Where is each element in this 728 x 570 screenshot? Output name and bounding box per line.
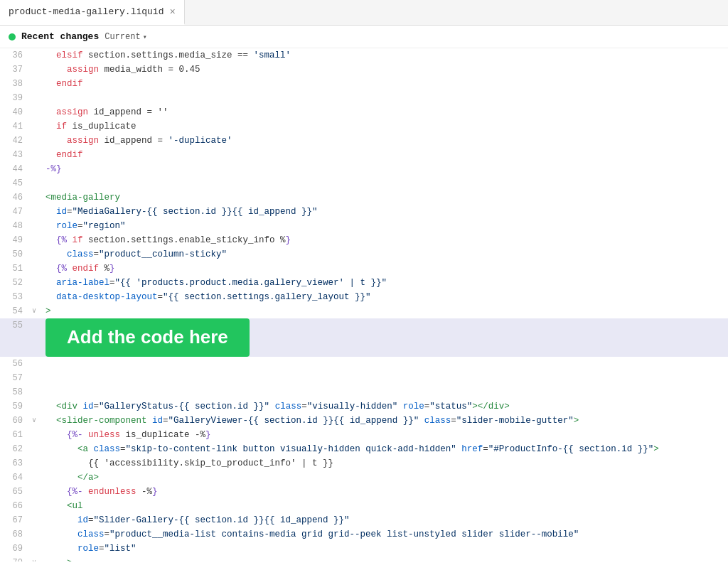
- line-content: <ul: [40, 499, 728, 513]
- line-expand: [28, 134, 40, 148]
- table-row: 56: [0, 357, 728, 371]
- line-expand: [28, 442, 40, 456]
- line-expand[interactable]: ∨: [28, 556, 40, 561]
- line-expand: [28, 399, 40, 414]
- table-row: 54∨>: [0, 304, 728, 318]
- line-content: <div id="GalleryStatus-{{ section.id }}"…: [40, 399, 728, 414]
- line-expand: [28, 318, 40, 357]
- table-row: 70∨ >: [0, 556, 728, 561]
- status-dot: [9, 33, 16, 41]
- line-expand: [28, 105, 40, 119]
- line-content: [40, 176, 728, 190]
- table-row: 53 data-desktop-layout="{{ section.setti…: [0, 290, 728, 304]
- table-row: 62 <a class="skip-to-content-link button…: [0, 442, 728, 456]
- recent-changes-label: Recent changes: [21, 31, 99, 42]
- line-number: 39: [0, 91, 28, 105]
- line-number: 60: [0, 414, 28, 428]
- table-row: 55Add the code here: [0, 318, 728, 357]
- line-content: -%}: [40, 162, 728, 176]
- line-content: assign id_append = '-duplicate': [40, 134, 728, 148]
- table-row: 65 {%- endunless -%}: [0, 485, 728, 499]
- line-content: <slider-component id="GalleryViewer-{{ s…: [40, 414, 728, 428]
- table-row: 60∨ <slider-component id="GalleryViewer-…: [0, 414, 728, 428]
- add-code-banner: Add the code here: [46, 318, 250, 357]
- line-content: {% if section.settings.enable_sticky_inf…: [40, 233, 728, 247]
- line-expand: [28, 148, 40, 162]
- line-content: assign id_append = '': [40, 105, 728, 119]
- line-expand: [28, 162, 40, 176]
- line-number: 44: [0, 162, 28, 176]
- table-row: 36 elsif section.settings.media_size == …: [0, 48, 728, 63]
- line-number: 63: [0, 456, 28, 470]
- line-number: 57: [0, 371, 28, 385]
- line-expand: [28, 233, 40, 247]
- tab-bar: product-media-gallery.liquid ×: [0, 0, 728, 26]
- line-expand: [28, 357, 40, 371]
- line-content: id="MediaGallery-{{ section.id }}{{ id_a…: [40, 205, 728, 219]
- file-tab[interactable]: product-media-gallery.liquid ×: [0, 0, 185, 25]
- table-row: 41 if is_duplicate: [0, 119, 728, 134]
- tab-label: product-media-gallery.liquid: [9, 6, 164, 17]
- line-expand: [28, 247, 40, 262]
- line-number: 69: [0, 542, 28, 556]
- line-expand[interactable]: ∨: [28, 304, 40, 318]
- line-content: {{ 'accessibility.skip_to_product_info' …: [40, 456, 728, 470]
- line-number: 54: [0, 304, 28, 318]
- line-number: 37: [0, 63, 28, 77]
- line-number: 58: [0, 385, 28, 399]
- line-number: 62: [0, 442, 28, 456]
- line-expand: [28, 385, 40, 399]
- table-row: 68 class="product__media-list contains-m…: [0, 527, 728, 542]
- line-number: 47: [0, 205, 28, 219]
- line-number: 70: [0, 556, 28, 561]
- line-number: 55: [0, 318, 28, 357]
- line-expand: [28, 262, 40, 276]
- line-number: 61: [0, 428, 28, 442]
- line-content: role="region": [40, 219, 728, 233]
- line-expand: [28, 499, 40, 513]
- line-expand: [28, 48, 40, 63]
- code-lines: 36 elsif section.settings.media_size == …: [0, 48, 728, 561]
- line-content: [40, 371, 728, 385]
- line-expand: [28, 190, 40, 205]
- line-content: assign media_width = 0.45: [40, 63, 728, 77]
- table-row: 49 {% if section.settings.enable_sticky_…: [0, 233, 728, 247]
- table-row: 40 assign id_append = '': [0, 105, 728, 119]
- tab-close-button[interactable]: ×: [169, 7, 175, 17]
- line-expand: [28, 276, 40, 290]
- table-row: 64 </a>: [0, 470, 728, 485]
- line-number: 67: [0, 513, 28, 527]
- code-editor: 36 elsif section.settings.media_size == …: [0, 48, 728, 561]
- line-number: 41: [0, 119, 28, 134]
- line-expand: [28, 513, 40, 527]
- line-number: 50: [0, 247, 28, 262]
- line-number: 43: [0, 148, 28, 162]
- table-row: 39: [0, 91, 728, 105]
- table-row: 46<media-gallery: [0, 190, 728, 205]
- line-number: 51: [0, 262, 28, 276]
- line-content: elsif section.settings.media_size == 'sm…: [40, 48, 728, 63]
- line-content: [40, 357, 728, 371]
- current-dropdown[interactable]: Current ▾: [105, 32, 146, 42]
- line-number: 49: [0, 233, 28, 247]
- line-expand: [28, 63, 40, 77]
- line-number: 68: [0, 527, 28, 542]
- line-content: role="list": [40, 542, 728, 556]
- table-row: 52 aria-label="{{ 'products.product.medi…: [0, 276, 728, 290]
- table-row: 69 role="list": [0, 542, 728, 556]
- line-content: [40, 385, 728, 399]
- table-row: 63 {{ 'accessibility.skip_to_product_inf…: [0, 456, 728, 470]
- table-row: 50 class="product__column-sticky": [0, 247, 728, 262]
- table-row: 57: [0, 371, 728, 385]
- table-row: 42 assign id_append = '-duplicate': [0, 134, 728, 148]
- line-expand[interactable]: ∨: [28, 414, 40, 428]
- table-row: 44-%}: [0, 162, 728, 176]
- line-content: Add the code here: [40, 318, 728, 357]
- line-number: 66: [0, 499, 28, 513]
- table-row: 61 {%- unless is_duplicate -%}: [0, 428, 728, 442]
- table-row: 51 {% endif %}: [0, 262, 728, 276]
- line-number: 42: [0, 134, 28, 148]
- line-content: {%- endunless -%}: [40, 485, 728, 499]
- recent-changes-bar: Recent changes Current ▾: [0, 26, 728, 48]
- line-content: class="product__column-sticky": [40, 247, 728, 262]
